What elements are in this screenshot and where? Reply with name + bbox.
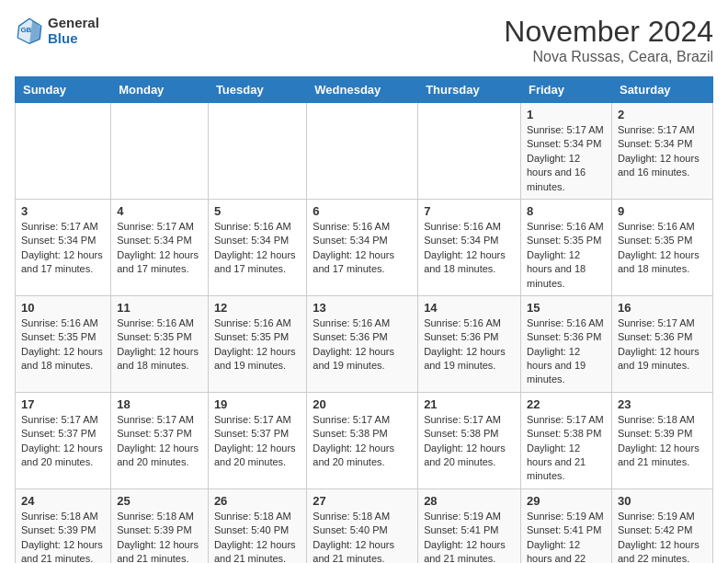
calendar-cell: 9Sunrise: 5:16 AMSunset: 5:35 PMDaylight… — [611, 199, 712, 295]
day-number: 22 — [527, 397, 606, 411]
calendar-cell: 10Sunrise: 5:16 AMSunset: 5:35 PMDayligh… — [16, 295, 111, 392]
calendar-cell: 8Sunrise: 5:16 AMSunset: 5:35 PMDaylight… — [521, 199, 612, 295]
calendar-cell: 11Sunrise: 5:16 AMSunset: 5:35 PMDayligh… — [111, 295, 209, 392]
day-info: Sunrise: 5:17 AMSunset: 5:37 PMDaylight:… — [117, 413, 202, 470]
calendar-week-row: 24Sunrise: 5:18 AMSunset: 5:39 PMDayligh… — [16, 488, 713, 563]
calendar-cell: 22Sunrise: 5:17 AMSunset: 5:38 PMDayligh… — [521, 392, 612, 488]
day-info: Sunrise: 5:17 AMSunset: 5:38 PMDaylight:… — [313, 413, 412, 470]
day-number: 23 — [618, 397, 707, 411]
calendar-cell: 17Sunrise: 5:17 AMSunset: 5:37 PMDayligh… — [16, 392, 111, 488]
calendar-cell: 24Sunrise: 5:18 AMSunset: 5:39 PMDayligh… — [16, 488, 111, 563]
day-number: 27 — [313, 494, 412, 508]
day-info: Sunrise: 5:16 AMSunset: 5:36 PMDaylight:… — [527, 316, 606, 387]
calendar-cell: 6Sunrise: 5:16 AMSunset: 5:34 PMDaylight… — [307, 199, 418, 295]
calendar-cell: 3Sunrise: 5:17 AMSunset: 5:34 PMDaylight… — [16, 199, 111, 295]
calendar-week-row: 17Sunrise: 5:17 AMSunset: 5:37 PMDayligh… — [16, 392, 713, 488]
day-number: 18 — [117, 397, 202, 411]
day-number: 10 — [21, 301, 105, 315]
calendar-cell: 19Sunrise: 5:17 AMSunset: 5:37 PMDayligh… — [208, 392, 306, 488]
calendar-cell — [307, 103, 418, 200]
calendar-cell: 18Sunrise: 5:17 AMSunset: 5:37 PMDayligh… — [111, 392, 209, 488]
calendar-cell: 26Sunrise: 5:18 AMSunset: 5:40 PMDayligh… — [208, 488, 306, 563]
calendar-week-row: 1Sunrise: 5:17 AMSunset: 5:34 PMDaylight… — [16, 103, 713, 200]
day-number: 15 — [527, 301, 606, 315]
day-number: 30 — [618, 494, 707, 508]
day-info: Sunrise: 5:19 AMSunset: 5:41 PMDaylight:… — [527, 510, 606, 563]
day-info: Sunrise: 5:18 AMSunset: 5:39 PMDaylight:… — [618, 413, 707, 470]
calendar-cell — [111, 103, 209, 200]
day-number: 11 — [117, 301, 202, 315]
calendar-cell: 27Sunrise: 5:18 AMSunset: 5:40 PMDayligh… — [307, 488, 418, 563]
calendar-cell: 30Sunrise: 5:19 AMSunset: 5:42 PMDayligh… — [611, 488, 712, 563]
title-block: November 2024 Nova Russas, Ceara, Brazil — [504, 15, 713, 65]
calendar-cell: 2Sunrise: 5:17 AMSunset: 5:34 PMDaylight… — [611, 103, 712, 200]
day-info: Sunrise: 5:19 AMSunset: 5:41 PMDaylight:… — [424, 510, 515, 563]
logo-text: General Blue — [48, 15, 99, 47]
day-info: Sunrise: 5:16 AMSunset: 5:35 PMDaylight:… — [527, 220, 606, 291]
day-info: Sunrise: 5:18 AMSunset: 5:40 PMDaylight:… — [214, 510, 301, 563]
day-info: Sunrise: 5:16 AMSunset: 5:35 PMDaylight:… — [117, 316, 202, 373]
day-info: Sunrise: 5:17 AMSunset: 5:34 PMDaylight:… — [21, 220, 105, 277]
day-info: Sunrise: 5:16 AMSunset: 5:35 PMDaylight:… — [618, 220, 707, 277]
calendar-cell: 20Sunrise: 5:17 AMSunset: 5:38 PMDayligh… — [307, 392, 418, 488]
calendar-cell: 28Sunrise: 5:19 AMSunset: 5:41 PMDayligh… — [418, 488, 521, 563]
day-number: 28 — [424, 494, 515, 508]
calendar-table: SundayMondayTuesdayWednesdayThursdayFrid… — [15, 76, 713, 563]
weekday-header: Friday — [521, 77, 612, 103]
day-number: 6 — [313, 204, 412, 218]
day-info: Sunrise: 5:17 AMSunset: 5:34 PMDaylight:… — [527, 123, 606, 194]
calendar-cell: 25Sunrise: 5:18 AMSunset: 5:39 PMDayligh… — [111, 488, 209, 563]
page-header: GB General Blue November 2024 Nova Russa… — [15, 15, 713, 65]
day-info: Sunrise: 5:18 AMSunset: 5:39 PMDaylight:… — [21, 510, 105, 563]
day-info: Sunrise: 5:17 AMSunset: 5:37 PMDaylight:… — [21, 413, 105, 470]
day-number: 12 — [214, 301, 301, 315]
day-info: Sunrise: 5:16 AMSunset: 5:35 PMDaylight:… — [214, 316, 301, 373]
day-number: 13 — [313, 301, 412, 315]
day-number: 26 — [214, 494, 301, 508]
calendar-cell: 12Sunrise: 5:16 AMSunset: 5:35 PMDayligh… — [208, 295, 306, 392]
day-info: Sunrise: 5:16 AMSunset: 5:34 PMDaylight:… — [214, 220, 301, 277]
day-info: Sunrise: 5:18 AMSunset: 5:39 PMDaylight:… — [117, 510, 202, 563]
calendar-cell: 29Sunrise: 5:19 AMSunset: 5:41 PMDayligh… — [521, 488, 612, 563]
day-number: 20 — [313, 397, 412, 411]
calendar-cell: 21Sunrise: 5:17 AMSunset: 5:38 PMDayligh… — [418, 392, 521, 488]
calendar-cell: 23Sunrise: 5:18 AMSunset: 5:39 PMDayligh… — [611, 392, 712, 488]
calendar-week-row: 3Sunrise: 5:17 AMSunset: 5:34 PMDaylight… — [16, 199, 713, 295]
day-info: Sunrise: 5:16 AMSunset: 5:34 PMDaylight:… — [424, 220, 515, 277]
calendar-cell: 16Sunrise: 5:17 AMSunset: 5:36 PMDayligh… — [611, 295, 712, 392]
day-info: Sunrise: 5:17 AMSunset: 5:38 PMDaylight:… — [424, 413, 515, 470]
logo-blue: Blue — [48, 30, 78, 46]
day-number: 21 — [424, 397, 515, 411]
calendar-cell — [208, 103, 306, 200]
day-number: 4 — [117, 204, 202, 218]
weekday-header: Thursday — [418, 77, 521, 103]
day-info: Sunrise: 5:17 AMSunset: 5:36 PMDaylight:… — [618, 316, 707, 373]
day-number: 14 — [424, 301, 515, 315]
calendar-cell — [16, 103, 111, 200]
calendar-cell — [418, 103, 521, 200]
day-number: 25 — [117, 494, 202, 508]
svg-text:GB: GB — [20, 26, 31, 34]
calendar-cell: 13Sunrise: 5:16 AMSunset: 5:36 PMDayligh… — [307, 295, 418, 392]
calendar-cell: 1Sunrise: 5:17 AMSunset: 5:34 PMDaylight… — [521, 103, 612, 200]
day-number: 8 — [527, 204, 606, 218]
day-info: Sunrise: 5:17 AMSunset: 5:37 PMDaylight:… — [214, 413, 301, 470]
weekday-header: Saturday — [611, 77, 712, 103]
day-number: 19 — [214, 397, 301, 411]
weekday-header: Wednesday — [307, 77, 418, 103]
calendar-header-row: SundayMondayTuesdayWednesdayThursdayFrid… — [16, 77, 713, 103]
weekday-header: Monday — [111, 77, 209, 103]
day-number: 3 — [21, 204, 105, 218]
day-number: 29 — [527, 494, 606, 508]
day-number: 5 — [214, 204, 301, 218]
logo: GB General Blue — [15, 15, 99, 47]
location: Nova Russas, Ceara, Brazil — [504, 49, 713, 65]
day-number: 2 — [618, 108, 707, 121]
day-number: 24 — [21, 494, 105, 508]
logo-icon: GB — [15, 16, 44, 45]
day-number: 1 — [527, 108, 606, 121]
weekday-header: Tuesday — [208, 77, 306, 103]
calendar-cell: 4Sunrise: 5:17 AMSunset: 5:34 PMDaylight… — [111, 199, 209, 295]
day-info: Sunrise: 5:16 AMSunset: 5:34 PMDaylight:… — [313, 220, 412, 277]
calendar-cell: 14Sunrise: 5:16 AMSunset: 5:36 PMDayligh… — [418, 295, 521, 392]
